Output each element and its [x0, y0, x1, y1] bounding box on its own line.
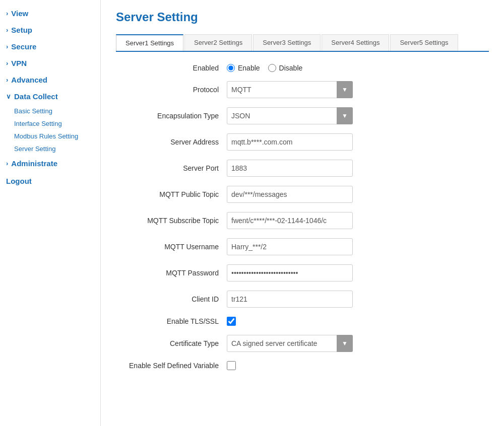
mqtt-username-label: MQTT Username	[116, 243, 227, 251]
page-title: Server Setting	[116, 10, 489, 24]
chevron-right-icon: ›	[6, 43, 8, 50]
mqtt-subscribe-topic-row: MQTT Subscribe Topic	[116, 212, 489, 229]
mqtt-username-control	[227, 238, 353, 255]
server-address-control	[227, 133, 353, 151]
chevron-right-icon: ›	[6, 160, 8, 167]
tab-server3[interactable]: Server3 Settings	[253, 34, 321, 51]
sidebar-item-vpn[interactable]: › VPN	[0, 55, 100, 72]
certificate-type-control: CA signed server certificate Self-signed…	[227, 335, 353, 352]
sidebar-item-label: Secure	[11, 42, 36, 51]
disable-radio-text: Disable	[279, 64, 303, 72]
chevron-right-icon: ›	[6, 10, 8, 17]
protocol-select-wrapper: MQTT HTTP TCP ▼	[227, 81, 353, 98]
enable-radio-label[interactable]: Enable	[227, 64, 260, 72]
tab-server2[interactable]: Server2 Settings	[184, 34, 252, 51]
sidebar-item-label: VPN	[11, 59, 27, 67]
sidebar: › View › Setup › Secure › VPN › Advanced…	[0, 0, 101, 426]
mqtt-public-topic-input[interactable]	[227, 186, 353, 203]
mqtt-public-topic-control	[227, 186, 353, 203]
enabled-control: Enable Disable	[227, 64, 302, 72]
encapsulation-label: Encapsulation Type	[116, 112, 227, 120]
mqtt-password-control	[227, 264, 353, 281]
server-address-row: Server Address	[116, 133, 489, 151]
enable-self-defined-checkbox[interactable]	[227, 361, 236, 370]
sidebar-item-secure[interactable]: › Secure	[0, 38, 100, 55]
main-content: Server Setting Server1 Settings Server2 …	[101, 0, 504, 426]
disable-radio-label[interactable]: Disable	[268, 64, 303, 72]
enable-tls-row: Enable TLS/SSL	[116, 317, 489, 326]
client-id-label: Client ID	[116, 295, 227, 303]
server-address-input[interactable]	[227, 133, 353, 151]
server-port-label: Server Port	[116, 164, 227, 172]
certificate-type-label: Certificate Type	[116, 339, 227, 347]
chevron-down-icon: ∨	[6, 93, 11, 100]
certificate-select-wrapper: CA signed server certificate Self-signed…	[227, 335, 353, 352]
client-id-control	[227, 291, 353, 308]
sidebar-item-label: Data Collect	[14, 92, 58, 101]
enabled-row: Enabled Enable Disable	[116, 64, 489, 72]
mqtt-subscribe-topic-control	[227, 212, 353, 229]
mqtt-password-input[interactable]	[227, 264, 353, 281]
sidebar-item-data-collect[interactable]: ∨ Data Collect	[0, 88, 100, 105]
chevron-right-icon: ›	[6, 26, 8, 34]
mqtt-username-row: MQTT Username	[116, 238, 489, 255]
sidebar-item-view[interactable]: › View	[0, 5, 100, 22]
server-port-control	[227, 160, 353, 177]
sidebar-item-administrate[interactable]: › Administrate	[0, 155, 100, 172]
encapsulation-select[interactable]: JSON XML	[227, 107, 353, 124]
chevron-right-icon: ›	[6, 76, 8, 84]
enable-radio[interactable]	[227, 64, 235, 72]
certificate-type-select[interactable]: CA signed server certificate Self-signed…	[227, 335, 353, 352]
sidebar-item-label: Setup	[11, 26, 32, 34]
tab-server1[interactable]: Server1 Settings	[116, 34, 183, 51]
sidebar-sub-menu: Basic Setting Interface Setting Modbus R…	[0, 105, 100, 155]
client-id-row: Client ID	[116, 291, 489, 308]
tab-server5[interactable]: Server5 Settings	[390, 34, 458, 51]
mqtt-subscribe-topic-label: MQTT Subscribe Topic	[116, 217, 227, 225]
sidebar-item-interface-setting[interactable]: Interface Setting	[0, 117, 100, 130]
enable-tls-control	[227, 317, 236, 326]
encapsulation-select-wrapper: JSON XML ▼	[227, 107, 353, 124]
protocol-row: Protocol MQTT HTTP TCP ▼	[116, 81, 489, 98]
enable-self-defined-label: Enable Self Defined Variable	[116, 362, 227, 370]
sidebar-item-label: View	[11, 9, 28, 18]
protocol-label: Protocol	[116, 86, 227, 94]
sidebar-item-label: Advanced	[11, 76, 47, 84]
enabled-label: Enabled	[116, 64, 227, 72]
sidebar-item-modbus-rules-setting[interactable]: Modbus Rules Setting	[0, 130, 100, 143]
server-address-label: Server Address	[116, 138, 227, 146]
enable-tls-label: Enable TLS/SSL	[116, 317, 227, 325]
mqtt-public-topic-label: MQTT Public Topic	[116, 190, 227, 198]
server-settings-tabs: Server1 Settings Server2 Settings Server…	[116, 34, 489, 52]
enable-radio-text: Enable	[238, 64, 260, 72]
sidebar-item-setup[interactable]: › Setup	[0, 22, 100, 38]
enable-tls-checkbox[interactable]	[227, 317, 236, 326]
enable-self-defined-control	[227, 361, 236, 370]
chevron-right-icon: ›	[6, 59, 8, 67]
mqtt-password-row: MQTT Password	[116, 264, 489, 281]
disable-radio[interactable]	[268, 64, 276, 72]
mqtt-username-input[interactable]	[227, 238, 353, 255]
mqtt-password-label: MQTT Password	[116, 269, 227, 277]
encapsulation-control: JSON XML ▼	[227, 107, 353, 124]
sidebar-item-label: Administrate	[11, 159, 57, 168]
protocol-select[interactable]: MQTT HTTP TCP	[227, 81, 353, 98]
sidebar-item-advanced[interactable]: › Advanced	[0, 72, 100, 88]
server-port-input[interactable]	[227, 160, 353, 177]
tab-server4[interactable]: Server4 Settings	[322, 34, 389, 51]
certificate-type-row: Certificate Type CA signed server certif…	[116, 335, 489, 352]
logout-button[interactable]: Logout	[0, 172, 100, 190]
sidebar-item-basic-setting[interactable]: Basic Setting	[0, 105, 100, 117]
server-port-row: Server Port	[116, 160, 489, 177]
mqtt-subscribe-topic-input[interactable]	[227, 212, 353, 229]
protocol-control: MQTT HTTP TCP ▼	[227, 81, 353, 98]
sidebar-item-server-setting[interactable]: Server Setting	[0, 143, 100, 155]
enable-self-defined-row: Enable Self Defined Variable	[116, 361, 489, 370]
encapsulation-row: Encapsulation Type JSON XML ▼	[116, 107, 489, 124]
client-id-input[interactable]	[227, 291, 353, 308]
mqtt-public-topic-row: MQTT Public Topic	[116, 186, 489, 203]
